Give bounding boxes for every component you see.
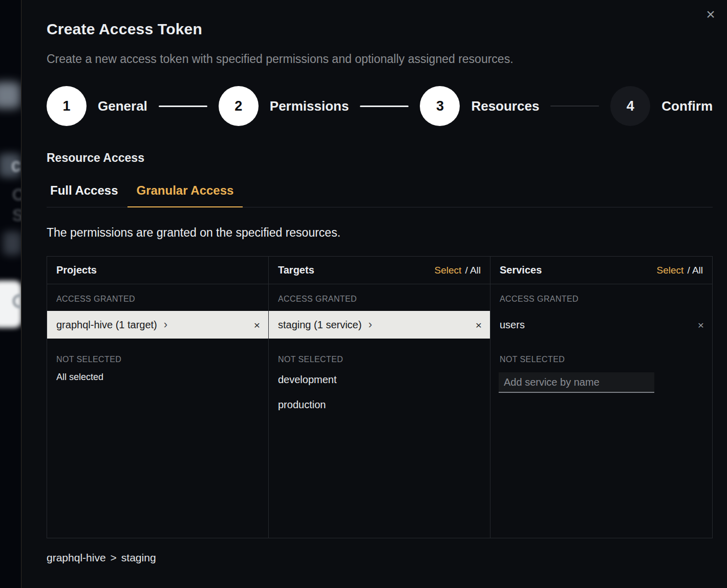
- modal-subtitle: Create a new access token with specified…: [47, 52, 713, 66]
- all-selected-note: All selected: [47, 367, 268, 387]
- access-granted-label: ACCESS GRANTED: [490, 284, 712, 311]
- chevron-right-icon: ›: [164, 319, 167, 330]
- services-column-header: Services Select / All: [490, 257, 712, 284]
- projects-column-header: Projects: [47, 257, 268, 284]
- step-label: Resources: [471, 98, 539, 114]
- step-connector: [159, 106, 207, 107]
- stepper: 1 General 2 Permissions 3 Resources 4 Co…: [47, 86, 713, 127]
- step-label: Confirm: [661, 98, 713, 114]
- tab-full-access[interactable]: Full Access: [41, 178, 127, 207]
- targets-column: Targets Select / All ACCESS GRANTED stag…: [269, 257, 490, 538]
- target-item-development[interactable]: development: [269, 367, 490, 392]
- services-select-all-link[interactable]: / All: [687, 265, 703, 276]
- backdrop-text-fragment: S: [12, 206, 21, 225]
- step-connector: [360, 106, 409, 107]
- step-label: General: [98, 98, 147, 114]
- services-column: Services Select / All ACCESS GRANTED use…: [490, 257, 712, 538]
- granted-service-row[interactable]: users ×: [490, 311, 712, 339]
- targets-select-link[interactable]: Select: [435, 265, 462, 276]
- access-mode-tabs: Full Access Granular Access: [47, 178, 713, 207]
- remove-target-icon[interactable]: ×: [476, 320, 482, 330]
- services-select-links: Select / All: [657, 265, 703, 276]
- step-permissions[interactable]: 2 Permissions: [219, 86, 349, 126]
- resource-access-heading: Resource Access: [47, 151, 713, 165]
- create-access-token-modal: × Create Access Token Create a new acces…: [21, 0, 727, 588]
- step-circle: 4: [610, 86, 650, 126]
- granted-project-row[interactable]: graphql-hive (1 target) › ×: [47, 311, 268, 339]
- not-selected-label: NOT SELECTED: [490, 339, 712, 367]
- remove-project-icon[interactable]: ×: [254, 320, 260, 330]
- chevron-right-icon: ›: [368, 319, 372, 330]
- breadcrumb-target: staging: [121, 552, 156, 564]
- step-confirm[interactable]: 4 Confirm: [610, 86, 713, 126]
- permissions-description: The permissions are granted on the speci…: [47, 226, 713, 240]
- not-selected-label: NOT SELECTED: [47, 339, 268, 367]
- not-selected-label: NOT SELECTED: [269, 339, 490, 367]
- breadcrumb-project: graphql-hive: [47, 552, 106, 564]
- targets-column-header: Targets Select / All: [269, 257, 490, 284]
- backdrop-text-fragment: c: [11, 155, 20, 176]
- step-circle: 1: [47, 86, 87, 126]
- page-backdrop: c O S: [0, 0, 21, 588]
- breadcrumb-separator: >: [111, 552, 117, 564]
- access-granted-label: ACCESS GRANTED: [47, 284, 268, 311]
- access-granted-label: ACCESS GRANTED: [269, 284, 490, 311]
- granted-target-name: staging (1 service): [278, 319, 361, 331]
- breadcrumb: graphql-hive > staging: [47, 552, 713, 564]
- step-resources[interactable]: 3 Resources: [420, 86, 539, 126]
- granted-target-row[interactable]: staging (1 service) › ×: [269, 311, 490, 339]
- resource-selection-table: Projects ACCESS GRANTED graphql-hive (1 …: [47, 256, 713, 538]
- step-circle: 2: [219, 86, 259, 126]
- remove-service-icon[interactable]: ×: [698, 320, 704, 330]
- granted-project-name: graphql-hive (1 target): [56, 319, 157, 331]
- backdrop-blob: [3, 232, 21, 255]
- backdrop-text-fragment: O: [12, 185, 21, 204]
- step-circle: 3: [420, 86, 460, 126]
- column-title: Services: [500, 264, 542, 276]
- targets-select-all-link[interactable]: / All: [465, 265, 481, 276]
- column-title: Targets: [278, 264, 314, 276]
- add-service-input[interactable]: [499, 372, 654, 393]
- projects-column: Projects ACCESS GRANTED graphql-hive (1 …: [47, 257, 269, 538]
- step-general[interactable]: 1 General: [47, 86, 147, 126]
- services-select-link[interactable]: Select: [657, 265, 684, 276]
- backdrop-blob: [0, 82, 20, 109]
- column-title: Projects: [56, 264, 97, 276]
- targets-select-links: Select / All: [435, 265, 481, 276]
- granted-service-name: users: [500, 319, 525, 331]
- step-connector: [550, 106, 599, 107]
- tab-granular-access[interactable]: Granular Access: [127, 178, 243, 207]
- step-label: Permissions: [270, 98, 349, 114]
- modal-title: Create Access Token: [47, 20, 713, 38]
- target-item-production[interactable]: production: [269, 392, 490, 417]
- close-icon[interactable]: ×: [701, 5, 720, 24]
